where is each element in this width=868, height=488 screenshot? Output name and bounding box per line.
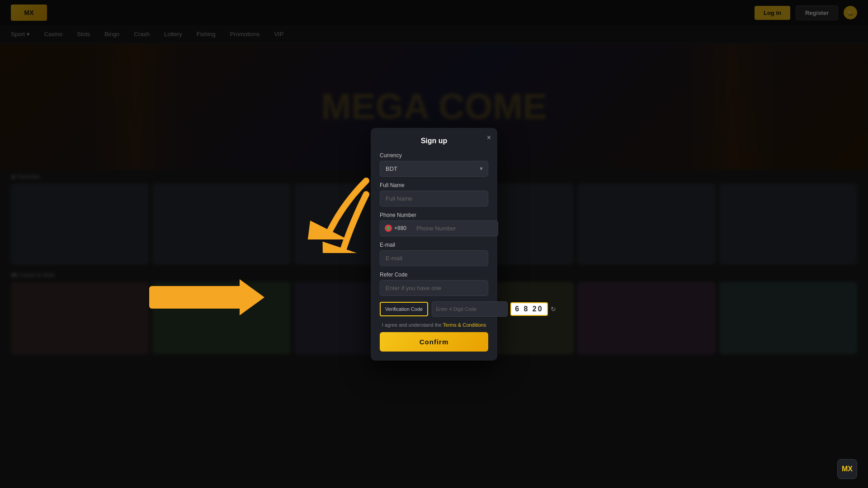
fullname-label: Full Name	[380, 182, 488, 188]
flag-bangladesh-icon	[385, 225, 392, 232]
phone-label: Phone Number	[380, 212, 488, 218]
refer-code-label: Refer Code	[380, 272, 488, 278]
close-button[interactable]: ×	[487, 134, 491, 141]
verification-group: Verification Code 6 8 20 ↻	[380, 301, 488, 317]
signup-modal: Sign up × Currency BDT USD EUR ▼ Full Na…	[371, 128, 497, 361]
confirm-button[interactable]: Confirm	[380, 332, 488, 352]
currency-select-wrapper: BDT USD EUR ▼	[380, 161, 488, 177]
currency-label: Currency	[380, 152, 488, 159]
modal-title: Sign up	[421, 137, 448, 145]
modal-overlay: Sign up × Currency BDT USD EUR ▼ Full Na…	[0, 0, 868, 488]
fullname-input[interactable]	[380, 191, 488, 206]
refer-code-group: Refer Code	[380, 272, 488, 296]
currency-group: Currency BDT USD EUR ▼	[380, 152, 488, 177]
verification-row: Verification Code 6 8 20 ↻	[380, 301, 488, 317]
terms-text: I agree and understand the	[382, 322, 442, 328]
currency-select[interactable]: BDT USD EUR	[380, 161, 488, 177]
phone-input[interactable]	[411, 221, 498, 236]
mx-logo-text: MX	[842, 465, 853, 473]
terms-link[interactable]: Terms & Conditions	[443, 322, 486, 328]
phone-country-code: +880	[394, 225, 406, 231]
phone-prefix: +880	[380, 221, 411, 236]
modal-header: Sign up	[380, 137, 488, 145]
captcha-image: 6 8 20	[510, 302, 547, 316]
fullname-group: Full Name	[380, 182, 488, 206]
terms-row: I agree and understand the Terms & Condi…	[380, 322, 488, 328]
bottom-right-icon: MX	[837, 459, 857, 479]
mx-watermark: MX	[837, 459, 857, 479]
verification-label: Verification Code	[385, 306, 423, 312]
email-group: E-mail	[380, 242, 488, 266]
email-input[interactable]	[380, 250, 488, 266]
verification-label-box: Verification Code	[380, 302, 428, 316]
phone-input-group: +880	[380, 221, 488, 236]
verification-input[interactable]	[432, 301, 508, 317]
verification-input-wrap: 6 8 20 ↻	[432, 301, 556, 317]
refer-code-input[interactable]	[380, 280, 488, 296]
refresh-icon[interactable]: ↻	[551, 305, 556, 313]
email-label: E-mail	[380, 242, 488, 248]
phone-group: Phone Number +880	[380, 212, 488, 236]
